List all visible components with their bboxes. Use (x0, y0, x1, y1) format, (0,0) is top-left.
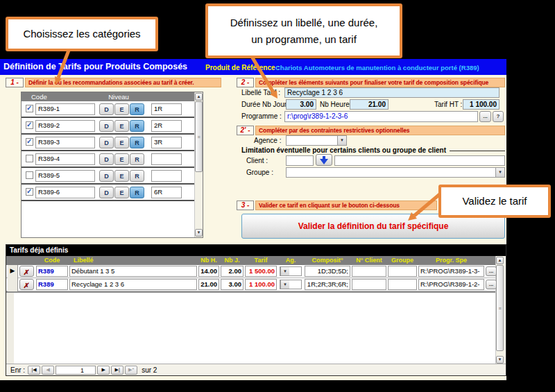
agence-combo[interactable]: ▼ (286, 135, 347, 146)
tariff-agence-combo[interactable]: ▼ (280, 280, 302, 289)
libelle-input[interactable]: Recyclage 1 2 3 6 (284, 87, 500, 98)
agence-label: Agence : (254, 137, 281, 144)
tariff-progr-browse-button[interactable]: ... (486, 280, 497, 289)
level-value-field[interactable] (151, 153, 182, 165)
defined-tariffs-panel: Tarifs déja définis Code Libellé Nb H. N… (6, 244, 506, 376)
level-r-button[interactable]: R (130, 153, 144, 165)
scroll-up-button[interactable]: ▲ (496, 257, 504, 264)
client-lookup-button[interactable] (316, 154, 332, 166)
delete-tariff-button[interactable]: ✗ (19, 279, 34, 290)
nav-next-button[interactable]: ▶ (97, 366, 110, 375)
duree-input[interactable]: 3.00 (286, 99, 316, 110)
level-value-field[interactable] (151, 170, 182, 182)
tariff-groupe-field[interactable] (388, 266, 417, 277)
tariff-code-field[interactable]: R389 (36, 266, 68, 277)
dropdown-icon[interactable]: ▼ (280, 280, 289, 289)
scroll-down-button[interactable]: ▼ (496, 356, 504, 364)
nav-record-number-input[interactable]: 1 (56, 366, 96, 375)
level-e-button[interactable]: E (114, 137, 129, 148)
tariff-amount-field[interactable]: 1 100.00 (245, 279, 277, 290)
tariff-nbj-field[interactable]: 3.00 (221, 279, 244, 290)
tariff-composit-field[interactable]: 1D;3D;5D; (305, 266, 350, 277)
tariff-progr-field[interactable]: R:\PROG\R389-1-3- (418, 266, 484, 277)
code-field[interactable]: R389-1 (35, 103, 95, 115)
scroll-up-button[interactable]: ▲ (195, 93, 203, 101)
level-d-button[interactable]: D (99, 153, 114, 165)
level-d-button[interactable]: D (99, 187, 114, 198)
level-e-button[interactable]: E (114, 103, 129, 115)
groupe-label: Groupe : (246, 169, 273, 176)
tarif-ht-input[interactable]: 1 100.00 (463, 99, 500, 110)
level-value-field[interactable]: 2R (151, 120, 182, 132)
tariff-code-field[interactable]: R389 (36, 279, 68, 290)
code-field[interactable]: R389-3 (35, 137, 95, 148)
level-r-button[interactable]: R (130, 137, 144, 148)
programme-help-button[interactable]: ? (493, 111, 504, 122)
client-name-input[interactable] (334, 155, 505, 166)
level-value-field[interactable]: 6R (151, 187, 182, 198)
code-field[interactable]: R389-4 (35, 153, 95, 165)
code-field[interactable]: R389-6 (35, 187, 95, 198)
nav-new-record-button[interactable]: ▶* (125, 366, 137, 375)
dropdown-icon[interactable]: ▼ (337, 136, 346, 145)
code-field[interactable]: R389-2 (35, 120, 95, 132)
datasheet-scrollbar-thumb[interactable]: ≡ (496, 265, 504, 351)
level-value-field[interactable]: 1R (151, 103, 182, 115)
level-value-field[interactable]: 3R (151, 137, 182, 148)
level-r-button[interactable]: R (130, 120, 144, 132)
level-d-button[interactable]: D (99, 137, 114, 148)
nb-heures-input[interactable]: 21.00 (350, 99, 388, 110)
dropdown-icon[interactable]: ▼ (495, 168, 504, 177)
level-e-button[interactable]: E (114, 170, 129, 182)
callout-text-line1: Définissez un libellé, une durée, (230, 15, 378, 31)
programme-input[interactable]: r:\prog\r389-1-2-3-6 (284, 111, 478, 122)
level-r-button[interactable]: R (130, 187, 144, 198)
level-r-button[interactable]: R (130, 170, 144, 182)
level-e-button[interactable]: E (114, 153, 129, 165)
level-r-button[interactable]: R (130, 103, 144, 115)
tariff-nbh-field[interactable]: 21.00 (198, 279, 219, 290)
tariff-progr-browse-button[interactable]: ... (486, 266, 497, 276)
nav-prev-button[interactable]: ◀ (42, 366, 54, 375)
list-scrollbar-thumb[interactable]: ≡ (195, 101, 203, 172)
category-checkbox[interactable]: ✓ (26, 171, 33, 179)
record-selector[interactable]: ▶ (8, 278, 18, 291)
category-checkbox[interactable]: ✓ (26, 121, 33, 129)
category-checkbox[interactable]: ✓ (26, 188, 33, 196)
nav-first-button[interactable]: |◀ (28, 366, 40, 375)
level-e-button[interactable]: E (114, 187, 129, 198)
tariff-nclient-field[interactable] (352, 266, 386, 277)
tariff-libelle-field[interactable]: Recyclage 1 2 3 6 (69, 279, 197, 290)
tariff-nclient-field[interactable] (352, 279, 386, 290)
tariff-composit-field[interactable]: 1R;2R;3R;6R; (305, 279, 350, 290)
category-checkbox[interactable]: ✓ (26, 105, 33, 112)
tariff-progr-field[interactable]: R:\PROG\R389-1-2- (418, 279, 484, 290)
tariff-amount-field[interactable]: 1 500.00 (245, 266, 277, 277)
category-checkbox[interactable]: ✓ (26, 155, 33, 162)
groupe-combo[interactable]: ▼ (286, 167, 505, 178)
category-checkbox[interactable]: ✓ (26, 138, 33, 146)
level-button-group: D E R (99, 170, 144, 182)
client-code-input[interactable] (286, 155, 314, 166)
tariff-rows: ▶ ✗ R389 Débutant 1 3 5 14.00 2.00 1 500… (6, 265, 496, 293)
list-scrollbar[interactable]: ▲ ≡ ▼ (194, 92, 203, 237)
level-d-button[interactable]: D (99, 120, 114, 132)
record-selector[interactable]: ▶ (8, 265, 18, 278)
nav-last-button[interactable]: ▶| (111, 366, 123, 375)
recommendation-row: ✓ R389-1 D E R 1R (22, 101, 194, 118)
scroll-down-button[interactable]: ▼ (195, 229, 203, 237)
recommendation-rows: ✓ R389-1 D E R 1R ✓ R389-2 D E (22, 101, 194, 201)
tariff-nbh-field[interactable]: 14.00 (198, 266, 219, 277)
level-d-button[interactable]: D (99, 170, 114, 182)
tariff-agence-combo[interactable]: ▼ (280, 266, 302, 276)
tariff-libelle-field[interactable]: Débutant 1 3 5 (69, 266, 197, 277)
code-field[interactable]: R389-5 (35, 170, 95, 182)
level-d-button[interactable]: D (99, 103, 114, 115)
programme-browse-button[interactable]: ... (479, 111, 491, 122)
dropdown-icon[interactable]: ▼ (280, 267, 289, 275)
agence-combo-value (287, 136, 337, 145)
tariff-groupe-field[interactable] (388, 279, 417, 290)
tariff-nbj-field[interactable]: 2.00 (221, 266, 244, 277)
delete-tariff-button[interactable]: ✗ (19, 266, 34, 277)
level-e-button[interactable]: E (114, 120, 129, 132)
